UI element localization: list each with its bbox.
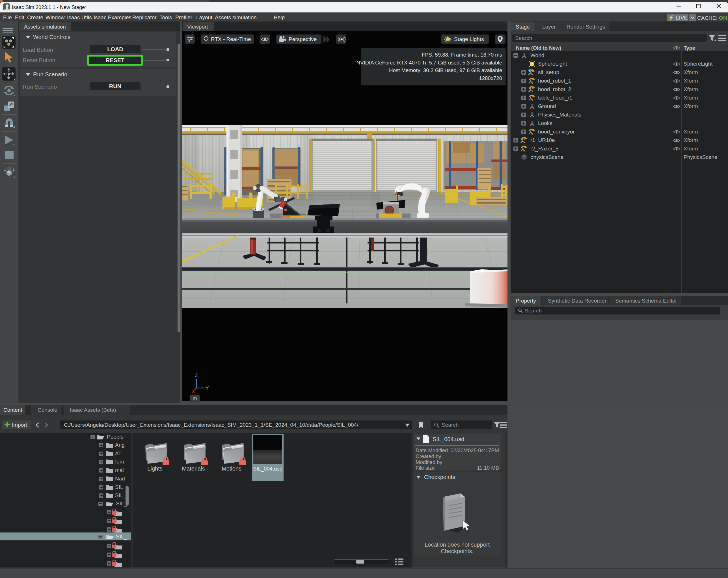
svg-text:X: X <box>192 389 195 393</box>
svg-text:Z: Z <box>195 373 198 378</box>
svg-text:Y: Y <box>206 385 209 391</box>
